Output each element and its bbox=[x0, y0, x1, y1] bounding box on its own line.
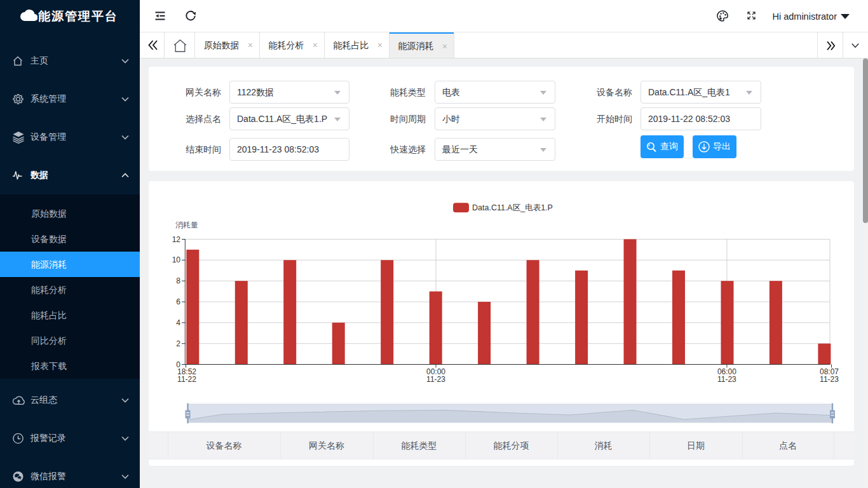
svg-text:11-23: 11-23 bbox=[717, 375, 736, 384]
svg-text:11-23: 11-23 bbox=[426, 375, 445, 384]
svg-text:8: 8 bbox=[176, 276, 180, 285]
svg-text:6: 6 bbox=[176, 297, 180, 306]
svg-text:11-22: 11-22 bbox=[177, 375, 196, 384]
svg-text:11-23: 11-23 bbox=[820, 375, 839, 384]
svg-text:10: 10 bbox=[172, 255, 181, 264]
svg-text:12: 12 bbox=[172, 235, 181, 244]
svg-text:Data.C11.A区_电表1.P: Data.C11.A区_电表1.P bbox=[472, 203, 553, 212]
svg-text:2: 2 bbox=[176, 339, 180, 348]
svg-text:消耗量: 消耗量 bbox=[175, 220, 198, 229]
svg-text:4: 4 bbox=[176, 318, 180, 327]
